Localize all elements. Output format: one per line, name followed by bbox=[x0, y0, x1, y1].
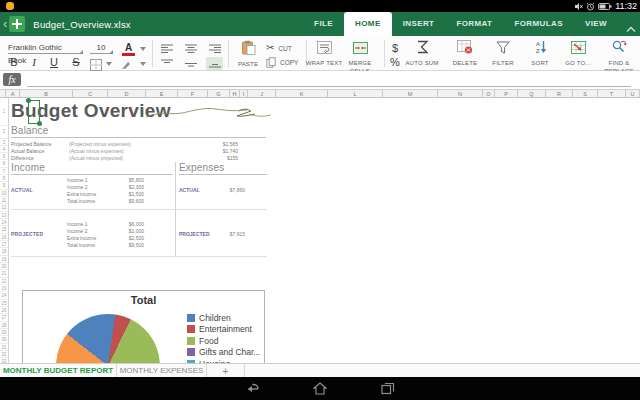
row-header-14[interactable]: 14 bbox=[0, 219, 8, 226]
income-row[interactable]: Income 2$2,300 bbox=[11, 184, 144, 191]
italic-button[interactable]: I bbox=[26, 55, 42, 69]
row-header-6[interactable]: 6 bbox=[0, 160, 8, 167]
row-header-10[interactable]: 10 bbox=[0, 190, 8, 197]
active-cell-selection[interactable] bbox=[28, 100, 40, 124]
row-header-11[interactable]: 11 bbox=[0, 197, 8, 204]
merge-cells-button[interactable]: MERGE CELLS bbox=[338, 40, 382, 75]
row-header-25[interactable]: 25 bbox=[0, 300, 8, 307]
column-header-M[interactable]: M bbox=[383, 90, 438, 97]
valign-middle-button[interactable] bbox=[182, 57, 199, 70]
font-color-dropdown-icon[interactable] bbox=[140, 47, 146, 51]
row-header-28[interactable]: 28 bbox=[0, 322, 8, 329]
column-header-S[interactable]: S bbox=[573, 90, 598, 97]
column-header-I[interactable]: I bbox=[240, 90, 248, 97]
column-header-T[interactable]: T bbox=[598, 90, 626, 97]
income-row[interactable]: Income 1$5,800 bbox=[11, 177, 144, 184]
ribbon-tab-formulas[interactable]: FORMULAS bbox=[503, 12, 574, 36]
row-header-5[interactable]: 5 bbox=[0, 153, 8, 160]
row-header-27[interactable]: 27 bbox=[0, 314, 8, 321]
align-center-button[interactable] bbox=[182, 42, 199, 55]
borders-dropdown-icon[interactable] bbox=[106, 62, 112, 66]
row-header-32[interactable]: 32 bbox=[0, 351, 8, 358]
row-header-21[interactable]: 21 bbox=[0, 270, 8, 277]
font-size-select[interactable]: 10 bbox=[90, 41, 112, 54]
row-header-9[interactable]: 9 bbox=[0, 182, 8, 189]
column-header-C[interactable]: C bbox=[73, 90, 108, 97]
font-color-button[interactable]: A bbox=[122, 42, 135, 56]
column-header-U[interactable]: U bbox=[626, 90, 640, 97]
auto-sum-button[interactable]: AUTO SUM bbox=[400, 40, 444, 68]
cut-button[interactable]: ✂ CUT bbox=[266, 43, 292, 53]
add-sheet-button[interactable]: + bbox=[207, 364, 245, 377]
column-header-L[interactable]: L bbox=[328, 90, 383, 97]
row-header-13[interactable]: 13 bbox=[0, 212, 8, 219]
income-row[interactable]: Income 1$6,000 bbox=[11, 221, 144, 228]
find-replace-button[interactable]: FIND & REPLACE bbox=[598, 40, 640, 75]
row-header-3[interactable]: 3 bbox=[0, 139, 8, 146]
row-header-18[interactable]: 18 bbox=[0, 248, 8, 255]
ribbon-tab-file[interactable]: FILE bbox=[303, 12, 344, 36]
back-icon[interactable]: ‹ bbox=[3, 12, 7, 36]
ribbon-tab-insert[interactable]: INSERT bbox=[392, 12, 446, 36]
income-row[interactable]: Income 2$1,000 bbox=[11, 228, 144, 235]
copy-button[interactable]: COPY bbox=[266, 57, 298, 68]
selection-handle-top[interactable] bbox=[26, 98, 31, 103]
column-header-K[interactable]: K bbox=[276, 90, 328, 97]
income-row[interactable]: Total income$9,600 bbox=[11, 198, 144, 205]
row-header-1[interactable]: 1 bbox=[0, 98, 8, 126]
column-header-A[interactable]: A bbox=[6, 90, 20, 97]
column-header-E[interactable]: E bbox=[146, 90, 178, 97]
column-header-R[interactable]: R bbox=[546, 90, 573, 97]
row-header-4[interactable]: 4 bbox=[0, 146, 8, 153]
column-header-H[interactable]: H bbox=[230, 90, 240, 97]
row-header-29[interactable]: 29 bbox=[0, 329, 8, 336]
align-left-button[interactable] bbox=[158, 42, 175, 55]
align-right-button[interactable] bbox=[206, 42, 223, 55]
valign-bottom-button[interactable] bbox=[206, 57, 223, 70]
expenses-row[interactable]: ACTUAL$7,860 bbox=[179, 187, 245, 193]
font-name-select[interactable]: Franklin Gothic Book bbox=[8, 41, 82, 54]
nav-recents-icon[interactable] bbox=[380, 382, 396, 396]
pie-chart-object[interactable]: Total ChildrenEntertainmentFoodGifts and… bbox=[22, 290, 265, 363]
sheet-tab-monthly-budget-report[interactable]: MONTHLY BUDGET REPORT bbox=[0, 364, 117, 377]
row-header-15[interactable]: 15 bbox=[0, 226, 8, 233]
income-row[interactable]: Extra income$1,500 bbox=[11, 191, 144, 198]
ribbon-tab-format[interactable]: FORMAT bbox=[445, 12, 503, 36]
row-header-24[interactable]: 24 bbox=[0, 292, 8, 299]
row-header-17[interactable]: 17 bbox=[0, 241, 8, 248]
expenses-section-header[interactable]: Expenses bbox=[179, 162, 267, 175]
row-header-2[interactable]: 2 bbox=[0, 126, 8, 139]
expenses-row[interactable]: PROJECTED$7,915 bbox=[179, 231, 245, 237]
row-header-22[interactable]: 22 bbox=[0, 278, 8, 285]
row-header-7[interactable]: 7 bbox=[0, 168, 8, 175]
ribbon-tab-view[interactable]: VIEW bbox=[574, 12, 618, 36]
formula-input[interactable] bbox=[27, 72, 631, 87]
balance-section-header[interactable]: Balance bbox=[11, 125, 266, 138]
row-header-8[interactable]: 8 bbox=[0, 175, 8, 182]
row-header-23[interactable]: 23 bbox=[0, 285, 8, 292]
underline-button[interactable]: U bbox=[46, 55, 62, 69]
ribbon-tab-home[interactable]: HOME bbox=[344, 12, 392, 36]
column-header-N[interactable]: N bbox=[438, 90, 483, 97]
nav-back-icon[interactable] bbox=[244, 382, 260, 396]
row-header-26[interactable]: 26 bbox=[0, 307, 8, 314]
column-header-F[interactable]: F bbox=[178, 90, 208, 97]
balance-row[interactable]: Actual Balance(Actual minus expenses)$1,… bbox=[11, 148, 266, 155]
column-header-Q[interactable]: Q bbox=[518, 90, 546, 97]
row-header-20[interactable]: 20 bbox=[0, 263, 8, 270]
row-header-12[interactable]: 12 bbox=[0, 204, 8, 211]
fx-icon[interactable]: fx bbox=[3, 73, 21, 86]
column-header-D[interactable]: D bbox=[108, 90, 146, 97]
balance-row[interactable]: Projected Balance(Projected minus expens… bbox=[11, 141, 266, 148]
column-header-O[interactable]: O bbox=[483, 90, 495, 97]
collapse-ribbon-icon[interactable] bbox=[626, 19, 636, 37]
nav-home-icon[interactable] bbox=[312, 382, 328, 396]
row-header-30[interactable]: 30 bbox=[0, 336, 8, 343]
strikethrough-button[interactable]: S bbox=[68, 55, 84, 69]
income-row[interactable]: Total income$9,500 bbox=[11, 242, 144, 249]
bold-button[interactable]: B bbox=[6, 55, 22, 69]
income-section-header[interactable]: Income bbox=[11, 162, 173, 175]
income-row[interactable]: Extra income$2,500 bbox=[11, 235, 144, 242]
row-header-19[interactable]: 19 bbox=[0, 256, 8, 263]
paste-button[interactable]: PASTE bbox=[226, 40, 270, 69]
